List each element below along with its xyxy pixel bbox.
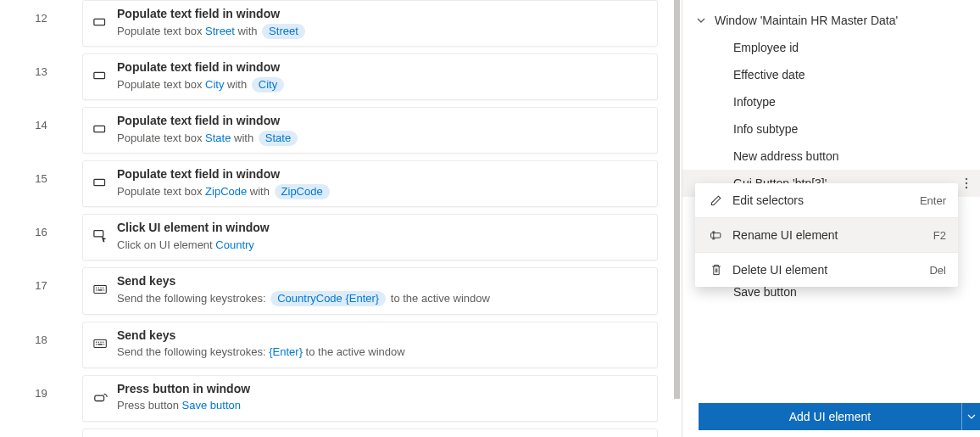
tree-item[interactable]: Infotype: [682, 88, 980, 115]
textfield-icon: [93, 6, 117, 30]
context-menu: Edit selectorsEnterRename UI elementF2De…: [695, 183, 958, 287]
step-row: 14Populate text field in windowPopulate …: [0, 107, 682, 160]
step-card[interactable]: Populate text field in windowPopulate te…: [82, 53, 658, 100]
pencil-icon: [707, 193, 726, 207]
variable-link[interactable]: ZipCode: [205, 185, 247, 198]
tree-item[interactable]: Effective date: [682, 61, 980, 88]
scrollbar-thumb[interactable]: [674, 0, 680, 399]
variable-pill[interactable]: Street: [262, 24, 305, 39]
variable-pill[interactable]: CountryCode {Enter}: [270, 291, 386, 306]
step-title: Populate text field in window: [117, 6, 647, 23]
step-description: Populate text box State with State: [117, 130, 647, 147]
add-ui-element-button[interactable]: Add UI element: [699, 403, 980, 430]
step-description: Populate text box ZipCode with ZipCode: [117, 183, 647, 200]
more-vertical-icon[interactable]: [961, 176, 972, 190]
rename-icon: [707, 228, 726, 242]
context-menu-item[interactable]: Delete UI elementDel: [695, 253, 958, 287]
tree-item-label: Infotype: [733, 95, 776, 109]
step-row: 16Click UI element in windowClick on UI …: [0, 214, 682, 267]
textfield-icon: [93, 166, 117, 190]
step-number: 16: [0, 214, 82, 238]
context-menu-label: Delete UI element: [732, 263, 929, 277]
add-ui-element-label: Add UI element: [699, 410, 961, 423]
tree-item-label: Effective date: [733, 68, 805, 81]
context-menu-label: Edit selectors: [732, 193, 920, 207]
step-number: 15: [0, 160, 82, 185]
variable-link[interactable]: {Enter}: [269, 345, 303, 358]
tree-item-label: New address button: [733, 149, 839, 163]
tree-item[interactable]: New address button: [682, 143, 980, 170]
tree-window-node[interactable]: Window 'Maintain HR Master Data': [682, 7, 980, 34]
variable-pill[interactable]: ZipCode: [275, 184, 330, 199]
step-card[interactable]: Populate text field in windowPopulate te…: [82, 107, 658, 154]
step-description: Press button Save button: [117, 397, 647, 414]
click-icon: [93, 220, 117, 244]
step-card[interactable]: Send keysSend the following keystrokes: …: [82, 267, 658, 314]
context-menu-label: Rename UI element: [732, 228, 933, 242]
step-title: Send keys: [117, 328, 647, 345]
step-description: Click on UI element Country: [117, 237, 647, 254]
tree-item-label: Info subtype: [733, 122, 798, 136]
keyboard-icon: [93, 273, 117, 297]
keyboard-icon: [93, 328, 117, 351]
step-description: Send the following keystrokes: {Enter} t…: [117, 344, 647, 361]
step-title: Press button in window: [117, 381, 647, 398]
variable-link[interactable]: City: [205, 78, 224, 91]
step-description: Populate text box Street with Street: [117, 23, 647, 40]
variable-pill[interactable]: State: [259, 131, 298, 146]
step-description: Populate text box City with City: [117, 76, 647, 93]
add-ui-element-split[interactable]: [961, 403, 980, 430]
step-title: Populate text field in window: [117, 59, 647, 76]
step-row: 19Press button in windowPress button Sav…: [0, 375, 682, 429]
step-number: 13: [0, 53, 82, 78]
step-number: 19: [0, 375, 82, 400]
step-row: 15Populate text field in windowPopulate …: [0, 160, 682, 214]
step-card[interactable]: Wait for window contentWait for UI eleme…: [82, 429, 658, 437]
context-menu-item[interactable]: Rename UI elementF2: [695, 218, 958, 252]
textfield-icon: [93, 113, 117, 137]
variable-link[interactable]: Country: [215, 238, 254, 251]
step-row: 20Wait for window contentWait for UI ele…: [0, 429, 682, 437]
context-menu-shortcut: Enter: [920, 194, 946, 207]
tree-item[interactable]: Employee id: [682, 34, 980, 61]
step-card[interactable]: Send keysSend the following keystrokes: …: [82, 322, 658, 368]
variable-link[interactable]: Street: [205, 25, 235, 37]
scrollbar-track[interactable]: [675, 0, 681, 437]
step-title: Populate text field in window: [117, 166, 647, 183]
tree-item-label: Employee id: [733, 41, 799, 54]
step-card[interactable]: Populate text field in windowPopulate te…: [82, 0, 658, 47]
step-card[interactable]: Press button in windowPress button Save …: [82, 375, 658, 422]
step-card[interactable]: Populate text field in windowPopulate te…: [82, 160, 658, 207]
step-row: 12Populate text field in windowPopulate …: [0, 0, 682, 53]
step-number: 17: [0, 267, 82, 292]
chevron-down-icon: [694, 15, 708, 25]
textfield-icon: [93, 59, 117, 83]
step-number: 18: [0, 322, 82, 346]
tree-window-label: Window 'Maintain HR Master Data': [715, 14, 898, 27]
variable-pill[interactable]: City: [252, 77, 284, 92]
variable-link[interactable]: State: [205, 132, 231, 144]
context-menu-shortcut: Del: [929, 264, 946, 277]
step-number: 12: [0, 0, 82, 25]
step-title: Populate text field in window: [117, 113, 647, 130]
step-number: 14: [0, 107, 82, 132]
step-row: 18Send keysSend the following keystrokes…: [0, 322, 682, 375]
variable-link[interactable]: Save button: [182, 399, 241, 412]
tree-item[interactable]: Info subtype: [682, 115, 980, 143]
step-row: 17Send keysSend the following keystrokes…: [0, 267, 682, 321]
step-description: Send the following keystrokes: CountryCo…: [117, 290, 647, 307]
context-menu-shortcut: F2: [933, 229, 946, 242]
tree-item-label: Save button: [733, 285, 797, 299]
press-icon: [93, 381, 117, 405]
step-card[interactable]: Click UI element in windowClick on UI el…: [82, 214, 658, 261]
step-title: Send keys: [117, 273, 647, 290]
step-row: 13Populate text field in windowPopulate …: [0, 53, 682, 107]
context-menu-item[interactable]: Edit selectorsEnter: [695, 183, 958, 217]
step-title: Click UI element in window: [117, 220, 647, 237]
trash-icon: [707, 263, 726, 277]
step-number: 20: [0, 429, 82, 437]
